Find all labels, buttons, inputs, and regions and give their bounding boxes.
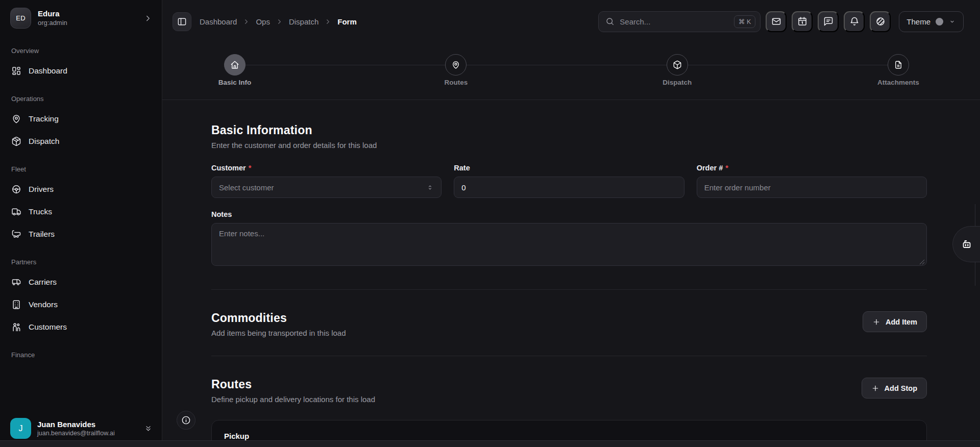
- map-pin-icon: [11, 114, 21, 124]
- basic-info-title: Basic Information: [211, 123, 927, 137]
- chevron-right-icon: [143, 14, 153, 23]
- section-label-finance: Finance: [7, 351, 155, 359]
- step-connector: [467, 65, 666, 65]
- step-circle[interactable]: [888, 54, 909, 76]
- step-dispatch[interactable]: Dispatch: [667, 54, 688, 76]
- dashboard-icon: [11, 66, 21, 76]
- user-info: Juan Benavides juan.benavides@trailflow.…: [37, 419, 115, 438]
- label-text: Rate: [454, 164, 470, 172]
- theme-label: Theme: [906, 17, 930, 26]
- calendar-button[interactable]: [792, 11, 813, 32]
- required-asterisk: *: [725, 164, 728, 172]
- sidebar-toggle-button[interactable]: [173, 12, 191, 31]
- users-icon: [11, 322, 21, 332]
- sidebar-item-carriers[interactable]: Carriers: [7, 271, 155, 293]
- topbar: Dashboard Ops Dispatch Form ⌘ K: [162, 0, 980, 43]
- label-text: Order #: [697, 164, 723, 172]
- trailer-icon: [11, 229, 21, 239]
- theme-color-dot: [936, 18, 943, 26]
- sidebar-item-vendors[interactable]: Vendors: [7, 293, 155, 316]
- order-number-input[interactable]: [697, 177, 927, 198]
- user-email: juan.benavides@trailflow.ai: [37, 429, 115, 437]
- sidebar-item-label: Trucks: [29, 207, 52, 216]
- user-name: Juan Benavides: [37, 419, 115, 430]
- user-avatar: J: [10, 418, 31, 439]
- order-number-field: Order # *: [697, 164, 927, 198]
- sidebar-item-trucks[interactable]: Trucks: [7, 201, 155, 223]
- breadcrumb-dashboard[interactable]: Dashboard: [200, 17, 237, 26]
- sidebar-item-label: Dashboard: [29, 66, 67, 76]
- steering-wheel-icon: [11, 184, 21, 194]
- search-box[interactable]: ⌘ K: [598, 11, 761, 32]
- breadcrumb-ops[interactable]: Ops: [256, 17, 270, 26]
- main-area: Dashboard Ops Dispatch Form ⌘ K: [162, 0, 980, 447]
- step-attachments[interactable]: Attachments: [888, 54, 909, 76]
- org-info: Edura org:admin: [38, 9, 67, 27]
- building-icon: [11, 300, 21, 310]
- step-circle[interactable]: [224, 54, 246, 76]
- customer-select[interactable]: Select customer: [211, 177, 442, 198]
- routes-section-header: Routes Define pickup and delivery locati…: [211, 378, 927, 404]
- sidebar-item-dashboard[interactable]: Dashboard: [7, 60, 155, 82]
- add-item-button[interactable]: Add Item: [863, 311, 927, 332]
- sidebar-item-label: Customers: [29, 322, 67, 332]
- step-circle[interactable]: [445, 54, 467, 76]
- required-asterisk: *: [249, 164, 252, 172]
- org-role: org:admin: [38, 19, 67, 27]
- breadcrumb-dispatch[interactable]: Dispatch: [289, 17, 318, 26]
- step-connector: [688, 65, 888, 65]
- org-switcher[interactable]: ED Edura org:admin: [0, 0, 162, 34]
- sidebar-item-trailers[interactable]: Trailers: [7, 223, 155, 245]
- routes-subtitle: Define pickup and delivery locations for…: [211, 395, 375, 404]
- add-item-label: Add Item: [886, 318, 917, 326]
- plus-icon: [871, 384, 879, 392]
- pickup-stop-title: Pickup: [224, 432, 914, 440]
- commodities-heading: Commodities Add items being transported …: [211, 311, 346, 337]
- customer-select-placeholder: Select customer: [219, 183, 274, 192]
- rate-label: Rate: [454, 164, 684, 172]
- package-icon: [11, 136, 21, 146]
- step-label: Attachments: [877, 79, 919, 86]
- label-text: Customer: [211, 164, 246, 172]
- form-stepper: Basic Info Routes Dispatch: [162, 43, 980, 100]
- calendar-icon: [797, 16, 807, 27]
- section-label-partners: Partners: [7, 258, 155, 266]
- map-pin-icon: [451, 60, 460, 69]
- notes-field: Notes: [211, 210, 927, 268]
- step-label: Routes: [444, 79, 468, 86]
- mail-button[interactable]: [766, 11, 787, 32]
- step-label: Basic Info: [218, 79, 252, 86]
- section-label-overview: Overview: [7, 47, 155, 55]
- search-icon: [605, 17, 615, 26]
- breadcrumb-form: Form: [337, 17, 357, 26]
- sidebar-item-label: Trailers: [29, 230, 55, 239]
- basic-info-section: Basic Information Enter the customer and…: [211, 123, 927, 268]
- help-info-button[interactable]: [177, 411, 195, 430]
- section-divider: [211, 356, 927, 356]
- messages-button[interactable]: [818, 11, 839, 32]
- notifications-button[interactable]: [844, 11, 865, 32]
- order-number-label: Order # *: [697, 164, 927, 172]
- step-connector: [246, 65, 445, 65]
- search-shortcut-kbd: ⌘ K: [734, 15, 755, 28]
- theme-selector[interactable]: Theme: [899, 11, 964, 32]
- notes-textarea[interactable]: [211, 223, 927, 266]
- truck-icon: [11, 207, 21, 217]
- add-stop-button[interactable]: Add Stop: [862, 378, 927, 399]
- van-icon: [11, 277, 21, 287]
- sidebar-item-tracking[interactable]: Tracking: [7, 108, 155, 130]
- commodities-section-header: Commodities Add items being transported …: [211, 311, 927, 337]
- rate-input[interactable]: [454, 177, 684, 198]
- step-circle[interactable]: [667, 54, 688, 76]
- step-basic-info[interactable]: Basic Info: [224, 54, 246, 76]
- breadcrumb: Dashboard Ops Dispatch Form: [200, 17, 357, 26]
- contrast-button[interactable]: [870, 11, 891, 32]
- sidebar-item-drivers[interactable]: Drivers: [7, 178, 155, 201]
- sidebar-item-dispatch[interactable]: Dispatch: [7, 130, 155, 153]
- search-input[interactable]: [620, 17, 729, 26]
- file-text-icon: [894, 60, 903, 69]
- bell-icon: [849, 16, 860, 27]
- chevron-right-icon: [324, 18, 332, 26]
- step-routes[interactable]: Routes: [445, 54, 467, 76]
- sidebar-item-customers[interactable]: Customers: [7, 316, 155, 338]
